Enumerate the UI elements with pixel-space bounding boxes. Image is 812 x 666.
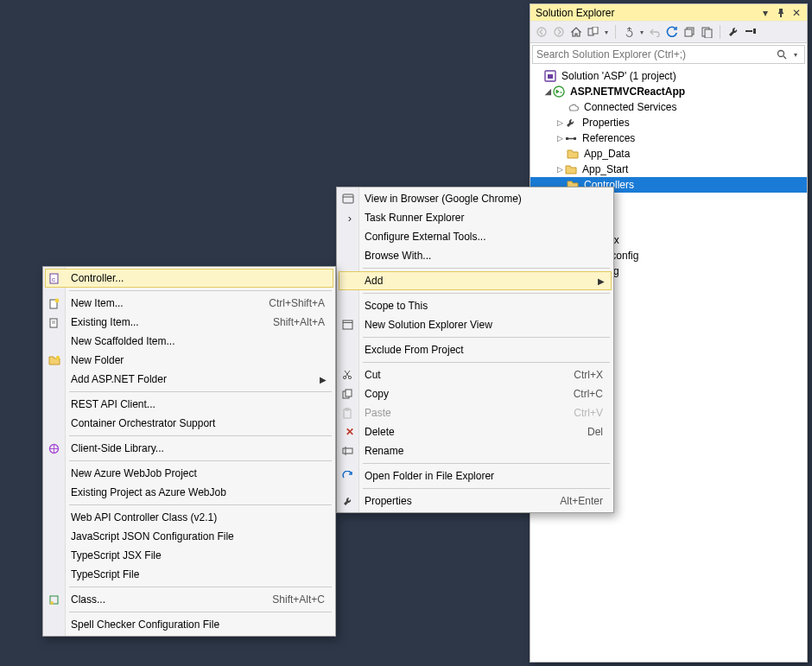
asp-folder-item[interactable]: Add ASP.NET Folder ▶ [45, 370, 333, 389]
switch-views-icon[interactable] [586, 24, 601, 40]
copy-item[interactable]: Copy Ctrl+C [339, 384, 612, 403]
task-runner-item[interactable]: › Task Runner Explorer [339, 208, 612, 227]
nav-back-icon[interactable] [534, 24, 549, 40]
svg-text:c: c [52, 276, 55, 283]
configure-tools-item[interactable]: Configure External Tools... [339, 227, 612, 246]
chevron-down-icon[interactable]: ▾ [794, 51, 804, 59]
delete-item[interactable]: ✕ Delete Del [339, 422, 612, 441]
context-menu: View in Browser (Google Chrome) › Task R… [336, 187, 614, 513]
properties-item[interactable]: Properties Alt+Enter [339, 492, 612, 511]
new-se-view-item[interactable]: New Solution Explorer View [339, 315, 612, 334]
menu-label: Web API Controller Class (v2.1) [71, 511, 217, 523]
svg-rect-29 [343, 448, 352, 454]
solution-node[interactable]: Solution 'ASP' (1 project) [530, 68, 807, 84]
menu-separator [69, 435, 332, 436]
close-icon[interactable]: ✕ [790, 6, 803, 20]
js-json-cfg-item[interactable]: JavaScript JSON Configuration File [45, 527, 333, 546]
properties-node[interactable]: ▷ Properties [530, 115, 807, 130]
sync-icon[interactable] [621, 24, 637, 40]
folder-icon [565, 164, 579, 174]
show-all-files-icon[interactable] [699, 24, 714, 40]
container-orch-item[interactable]: Container Orchestrator Support [45, 414, 333, 433]
scope-item[interactable]: Scope to This [339, 296, 612, 315]
svg-rect-6 [685, 29, 692, 36]
exclude-item[interactable]: Exclude From Project [339, 340, 612, 359]
class-item[interactable]: Class... Shift+Alt+C [45, 590, 333, 609]
search-icon[interactable] [777, 49, 794, 60]
refresh-icon[interactable] [664, 24, 680, 40]
shortcut: Ctrl+X [574, 369, 603, 381]
menu-label: Configure External Tools... [365, 231, 486, 243]
shortcut: Shift+Alt+A [273, 316, 325, 328]
menu-label: Open Folder in File Explorer [365, 470, 494, 482]
menu-label: Add ASP.NET Folder [71, 373, 167, 385]
add-item[interactable]: Add ▶ [339, 271, 612, 290]
search-input[interactable] [533, 48, 777, 60]
menu-label: New Scaffolded Item... [71, 335, 175, 347]
project-node[interactable]: ◢ ASP.NETMVCReactApp [530, 84, 807, 99]
connected-services-node[interactable]: Connected Services [530, 99, 807, 115]
expand-icon[interactable]: ▷ [555, 134, 565, 143]
references-icon [565, 134, 579, 143]
svg-point-34 [55, 298, 60, 302]
svg-rect-19 [343, 194, 353, 203]
svg-point-38 [56, 356, 60, 359]
class-icon [48, 594, 64, 606]
app-data-node[interactable]: App_Data [530, 146, 807, 162]
open-folder-item[interactable]: Open Folder in File Explorer [339, 466, 612, 485]
app-start-node[interactable]: ▷ App_Start [530, 162, 807, 177]
tsx-file-item[interactable]: TypeScript JSX File [45, 546, 333, 565]
node-label: App_Start [579, 163, 628, 175]
menu-separator [69, 504, 332, 505]
wrench-icon[interactable] [726, 24, 741, 40]
chevron-down-icon[interactable]: ▾ [638, 24, 645, 40]
menu-label: View in Browser (Google Chrome) [365, 193, 522, 205]
ts-file-item[interactable]: TypeScript File [45, 565, 333, 584]
new-item-item[interactable]: New Item... Ctrl+Shift+A [45, 294, 333, 313]
client-lib-item[interactable]: Client-Side Library... [45, 439, 333, 458]
expand-icon[interactable]: ▷ [555, 165, 565, 174]
solution-icon [544, 70, 558, 82]
chevron-down-icon[interactable]: ▾ [603, 24, 610, 40]
web-api-ctrl-item[interactable]: Web API Controller Class (v2.1) [45, 508, 333, 527]
rename-item[interactable]: Rename [339, 441, 612, 460]
collapse-icon[interactable]: ◢ [542, 87, 553, 96]
exist-azure-item[interactable]: Existing Project as Azure WebJob [45, 483, 333, 502]
new-azure-item[interactable]: New Azure WebJob Project [45, 464, 333, 483]
menu-label: Add [365, 275, 383, 287]
rest-api-item[interactable]: REST API Client... [45, 395, 333, 414]
nav-forward-icon[interactable] [551, 24, 567, 40]
menu-label: Existing Project as Azure WebJob [71, 486, 226, 498]
menu-label: Task Runner Explorer [365, 212, 464, 224]
collapse-all-icon[interactable] [682, 24, 697, 40]
browser-icon [342, 193, 358, 204]
existing-item-item[interactable]: Existing Item... Shift+Alt+A [45, 313, 333, 332]
new-folder-item[interactable]: New Folder [45, 351, 333, 370]
menu-label: TypeScript JSX File [71, 549, 162, 561]
home-icon[interactable] [568, 24, 584, 40]
svg-rect-9 [745, 30, 752, 32]
menu-label: Existing Item... [71, 316, 139, 328]
cut-item[interactable]: Cut Ctrl+X [339, 365, 612, 384]
dropdown-icon[interactable]: ▾ [758, 6, 772, 20]
expand-icon[interactable]: ▷ [555, 118, 565, 127]
menu-label: Controller... [71, 272, 124, 284]
undo-icon[interactable] [647, 24, 663, 40]
references-node[interactable]: ▷ References [530, 130, 807, 146]
menu-label: Container Orchestrator Support [71, 417, 215, 429]
panel-titlebar: Solution Explorer ▾ ✕ [530, 4, 807, 22]
controller-item[interactable]: c Controller... [45, 269, 333, 288]
copy-icon [342, 389, 358, 399]
menu-label: New Item... [71, 297, 124, 309]
view-in-browser-item[interactable]: View in Browser (Google Chrome) [339, 189, 612, 208]
add-submenu: c Controller... New Item... Ctrl+Shift+A… [42, 266, 336, 637]
menu-separator [69, 587, 332, 587]
preview-icon[interactable] [743, 24, 758, 40]
browse-with-item[interactable]: Browse With... [339, 246, 612, 265]
pin-icon[interactable] [774, 6, 788, 20]
menu-label: Exclude From Project [365, 344, 464, 356]
menu-label: Properties [365, 495, 412, 507]
shortcut: Ctrl+Shift+A [269, 297, 325, 309]
spell-cfg-item[interactable]: Spell Checker Configuration File [45, 615, 333, 634]
scaffolded-item-item[interactable]: New Scaffolded Item... [45, 332, 333, 351]
